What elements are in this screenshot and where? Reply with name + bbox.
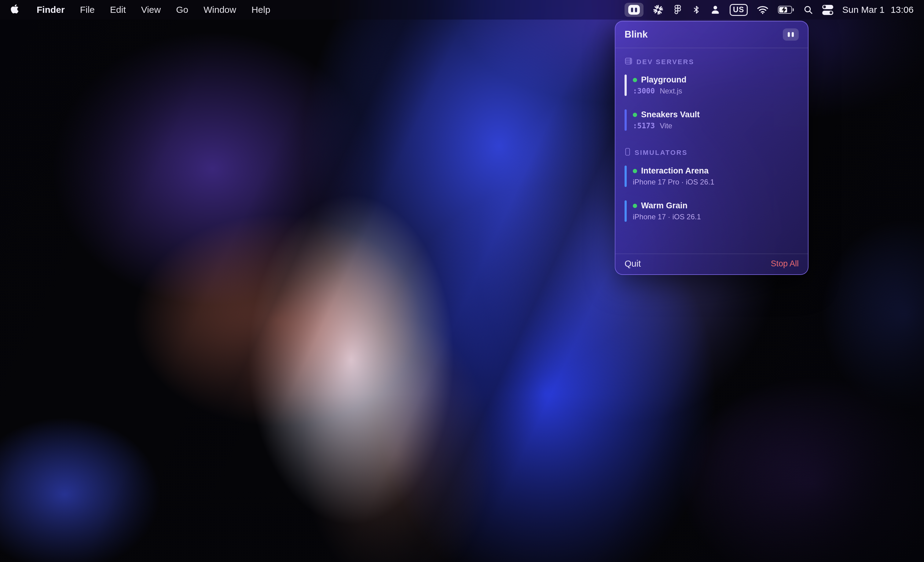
clock-time: 13:06 <box>891 4 914 15</box>
phone-icon <box>624 148 631 157</box>
clock-date: Sun Mar 1 <box>842 4 885 15</box>
server-name: Playground <box>641 75 687 85</box>
row-accent-bar <box>624 166 627 187</box>
apple-logo-icon <box>10 4 19 16</box>
simulator-device: iPhone 17 Pro · iOS 26.1 <box>633 178 714 186</box>
status-dot <box>633 169 637 173</box>
menu-edit[interactable]: Edit <box>110 4 126 15</box>
battery-charging-icon[interactable] <box>778 6 794 14</box>
quit-button[interactable]: Quit <box>624 259 641 269</box>
stop-all-button[interactable]: Stop All <box>771 259 799 268</box>
simulators-header: SIMULATORS <box>624 148 799 157</box>
server-port: :3000 <box>633 87 655 95</box>
simulator-device: iPhone 17 · iOS 26.1 <box>633 213 701 221</box>
menu-help[interactable]: Help <box>252 4 270 15</box>
section-dev-servers: DEV SERVERS Playground :3000 Next.js <box>624 57 799 131</box>
starburst-icon[interactable] <box>652 3 664 17</box>
server-framework: Vite <box>660 122 672 130</box>
menu-go[interactable]: Go <box>176 4 188 15</box>
menu-window[interactable]: Window <box>204 4 236 15</box>
menu-bar: Finder File Edit View Go Window Help <box>0 0 924 19</box>
simulator-row-interaction-arena[interactable]: Interaction Arena iPhone 17 Pro · iOS 26… <box>624 166 799 187</box>
row-accent-bar <box>624 109 627 131</box>
server-port: :5173 <box>633 122 655 130</box>
section-label: DEV SERVERS <box>636 58 694 66</box>
dev-server-row-playground[interactable]: Playground :3000 Next.js <box>624 75 799 96</box>
row-accent-bar <box>624 75 627 96</box>
blink-badge-icon[interactable] <box>783 28 799 40</box>
simulator-name: Interaction Arena <box>641 166 709 175</box>
bluetooth-icon[interactable] <box>692 3 701 17</box>
menu-bar-clock[interactable]: Sun Mar 1 13:06 <box>842 4 914 15</box>
status-dot <box>633 78 637 82</box>
menu-bar-left: Finder File Edit View Go Window Help <box>10 3 270 17</box>
blink-panel: Blink DEV SERVERS <box>615 21 808 275</box>
dev-servers-header: DEV SERVERS <box>624 57 799 67</box>
panel-footer: Quit Stop All <box>615 253 808 274</box>
active-app-name[interactable]: Finder <box>37 4 65 15</box>
control-center-icon[interactable] <box>822 3 833 17</box>
panel-body: DEV SERVERS Playground :3000 Next.js <box>615 48 808 253</box>
row-accent-bar <box>624 200 627 222</box>
simulator-row-warm-grain[interactable]: Warm Grain iPhone 17 · iOS 26.1 <box>624 200 799 222</box>
section-simulators: SIMULATORS Interaction Arena iPhone 17 P… <box>624 148 799 222</box>
menu-view[interactable]: View <box>141 4 161 15</box>
wifi-icon[interactable] <box>757 3 768 17</box>
server-framework: Next.js <box>660 87 682 95</box>
search-icon[interactable] <box>803 3 813 17</box>
blink-logo-icon <box>628 5 640 15</box>
blink-menubar-icon[interactable] <box>624 3 644 17</box>
server-icon <box>624 57 633 67</box>
status-dot <box>633 204 637 208</box>
panel-header: Blink <box>615 21 808 48</box>
apple-menu[interactable] <box>10 3 19 17</box>
status-dot <box>633 113 637 117</box>
input-source-badge[interactable]: US <box>730 3 748 17</box>
server-name: Sneakers Vault <box>641 110 700 120</box>
menu-bar-status-area: US Sun Mar 1 13:06 <box>624 3 914 17</box>
simulator-name: Warm Grain <box>641 201 687 210</box>
user-icon[interactable] <box>710 3 720 17</box>
dev-server-row-sneakers-vault[interactable]: Sneakers Vault :5173 Vite <box>624 109 799 131</box>
menu-file[interactable]: File <box>80 4 95 15</box>
panel-title: Blink <box>624 29 648 40</box>
figma-icon[interactable] <box>673 3 682 17</box>
section-label: SIMULATORS <box>634 149 687 157</box>
